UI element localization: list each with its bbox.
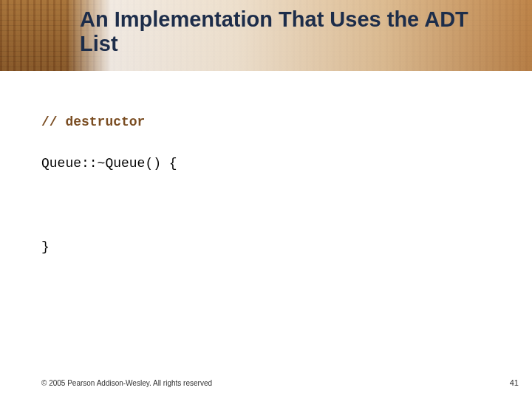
slide-title: An Implementation That Uses the ADT List [80,7,508,57]
code-blank-line [41,199,499,212]
code-line: } [41,240,499,254]
page-number: 41 [510,378,519,387]
copyright-text: © 2005 Pearson Addison-Wesley. All right… [41,379,212,387]
slide: An Implementation That Uses the ADT List… [0,0,532,399]
code-comment: // destructor [41,115,499,129]
code-block: // destructor Queue::~Queue() { } [41,87,499,282]
code-line: Queue::~Queue() { [41,157,499,171]
